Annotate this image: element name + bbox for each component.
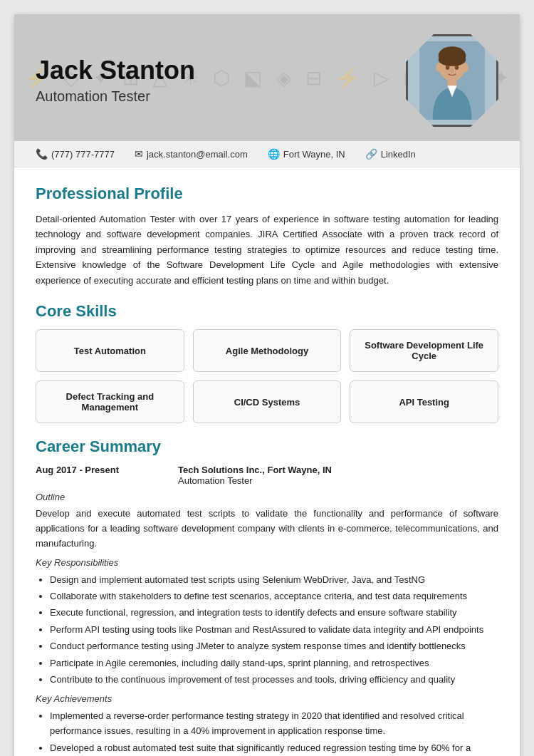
email-icon: ✉ bbox=[135, 148, 143, 160]
svg-point-6 bbox=[462, 63, 468, 72]
bg-icon-8: ⬕ bbox=[244, 66, 262, 90]
bg-icon-11: ⚡ bbox=[335, 66, 360, 90]
skills-grid: Test AutomationAgile MethodologySoftware… bbox=[36, 329, 498, 423]
list-item: Developed a robust automated test suite … bbox=[50, 740, 498, 756]
bg-icon-12: ▷ bbox=[374, 66, 389, 90]
svg-point-5 bbox=[436, 63, 442, 72]
contact-bar: 📞 (777) 777-7777 ✉ jack.stanton@email.co… bbox=[14, 141, 520, 167]
candidate-title: Automation Tester bbox=[36, 88, 195, 105]
list-item: Design and implement automated test scri… bbox=[50, 572, 498, 587]
achievements-list: Implemented a reverse-order performance … bbox=[36, 708, 498, 756]
career-header: Aug 2017 - Present Tech Solutions Inc., … bbox=[36, 465, 498, 486]
location-icon: 🌐 bbox=[268, 148, 280, 160]
career-role: Automation Tester bbox=[178, 475, 332, 486]
profile-text: Detail-oriented Automation Tester with o… bbox=[36, 212, 498, 288]
list-item: Execute functional, regression, and inte… bbox=[50, 605, 498, 620]
career-entry-1: Aug 2017 - Present Tech Solutions Inc., … bbox=[36, 465, 498, 756]
list-item: Participate in Agile ceremonies, includi… bbox=[50, 656, 498, 670]
list-item: Implemented a reverse-order performance … bbox=[50, 708, 498, 739]
header-text-block: Jack Stanton Automation Tester bbox=[36, 56, 195, 105]
svg-point-7 bbox=[446, 65, 450, 69]
header: ⚡ ◇ ✦ ⊞ △ ☀ ⬡ ⬕ ◈ ⊟ ⚡ ▷ ◻ ❋ ⊞ ✦ Jack Sta… bbox=[14, 14, 520, 141]
bg-icon-10: ⊟ bbox=[305, 66, 322, 90]
list-item: Collaborate with stakeholders to define … bbox=[50, 589, 498, 604]
career-section-title: Career Summary bbox=[36, 437, 498, 456]
photo-frame bbox=[406, 34, 498, 127]
person-illustration bbox=[417, 41, 488, 120]
skill-box: Defect Tracking and Management bbox=[36, 380, 184, 423]
skill-box: CI/CD Systems bbox=[193, 380, 342, 423]
career-company-name: Tech Solutions Inc., Fort Wayne, IN bbox=[178, 465, 332, 475]
main-content: Professional Profile Detail-oriented Aut… bbox=[14, 167, 520, 756]
contact-linkedin: 🔗 LinkedIn bbox=[365, 148, 416, 160]
list-item: Conduct performance testing using JMeter… bbox=[50, 638, 498, 653]
skill-box: Software Development Life Cycle bbox=[350, 329, 498, 372]
resume-page: ⚡ ◇ ✦ ⊞ △ ☀ ⬡ ⬕ ◈ ⊟ ⚡ ▷ ◻ ❋ ⊞ ✦ Jack Sta… bbox=[14, 14, 520, 756]
list-item: Contribute to the continuous improvement… bbox=[50, 672, 498, 687]
skill-box: Agile Methodology bbox=[193, 329, 342, 372]
list-item: Perform API testing using tools like Pos… bbox=[50, 622, 498, 637]
contact-phone: 📞 (777) 777-7777 bbox=[36, 148, 115, 160]
svg-point-8 bbox=[455, 65, 459, 69]
location-text: Fort Wayne, IN bbox=[283, 149, 345, 160]
bg-icon-7: ⬡ bbox=[213, 66, 230, 90]
contact-email: ✉ jack.stanton@email.com bbox=[135, 148, 248, 160]
bg-icon-9: ◈ bbox=[276, 66, 292, 90]
career-dates: Aug 2017 - Present bbox=[36, 465, 150, 486]
outline-label: Outline bbox=[36, 492, 498, 502]
skill-box: API Testing bbox=[350, 380, 498, 423]
email-address: jack.stanton@email.com bbox=[147, 149, 248, 160]
linkedin-icon: 🔗 bbox=[365, 148, 377, 160]
profile-section-title: Professional Profile bbox=[36, 185, 498, 203]
contact-location: 🌐 Fort Wayne, IN bbox=[268, 148, 345, 160]
phone-icon: 📞 bbox=[36, 148, 48, 160]
outline-text: Develop and execute automated test scrip… bbox=[36, 507, 498, 551]
candidate-photo bbox=[406, 34, 498, 127]
skill-box: Test Automation bbox=[36, 329, 184, 372]
responsibilities-label: Key Responsibilities bbox=[36, 557, 498, 568]
achievements-label: Key Achievements bbox=[36, 693, 498, 704]
responsibilities-list: Design and implement automated test scri… bbox=[36, 572, 498, 688]
svg-point-4 bbox=[439, 53, 466, 66]
career-company: Tech Solutions Inc., Fort Wayne, IN Auto… bbox=[178, 465, 332, 486]
linkedin-text: LinkedIn bbox=[381, 149, 416, 160]
candidate-name: Jack Stanton bbox=[36, 56, 195, 85]
phone-number: (777) 777-7777 bbox=[51, 149, 115, 160]
svg-rect-2 bbox=[448, 78, 457, 86]
skills-section-title: Core Skills bbox=[36, 302, 498, 321]
